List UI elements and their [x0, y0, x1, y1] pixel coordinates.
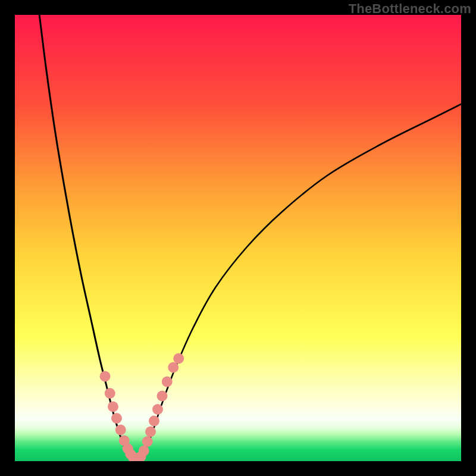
- dots-right-point: [149, 416, 159, 427]
- chart-frame: TheBottleneck.com: [0, 0, 476, 476]
- dots-left-point: [111, 413, 122, 424]
- dots-right-point: [162, 377, 173, 387]
- dots-left-point: [105, 388, 115, 399]
- dots-right-point: [145, 427, 156, 437]
- dots-left-point: [100, 371, 111, 382]
- chart-svg: [15, 15, 461, 461]
- gradient-background: [15, 15, 461, 461]
- dots-left-point: [115, 425, 126, 436]
- dots-right-point: [152, 404, 163, 415]
- dots-right-point: [168, 362, 178, 373]
- watermark-text: TheBottleneck.com: [349, 1, 471, 17]
- dots-right-point: [139, 446, 149, 456]
- dots-right-point: [142, 436, 153, 447]
- dots-right-point: [173, 353, 184, 364]
- dots-left-point: [108, 402, 118, 412]
- plot-area: [15, 15, 461, 461]
- dots-right-point: [157, 391, 168, 402]
